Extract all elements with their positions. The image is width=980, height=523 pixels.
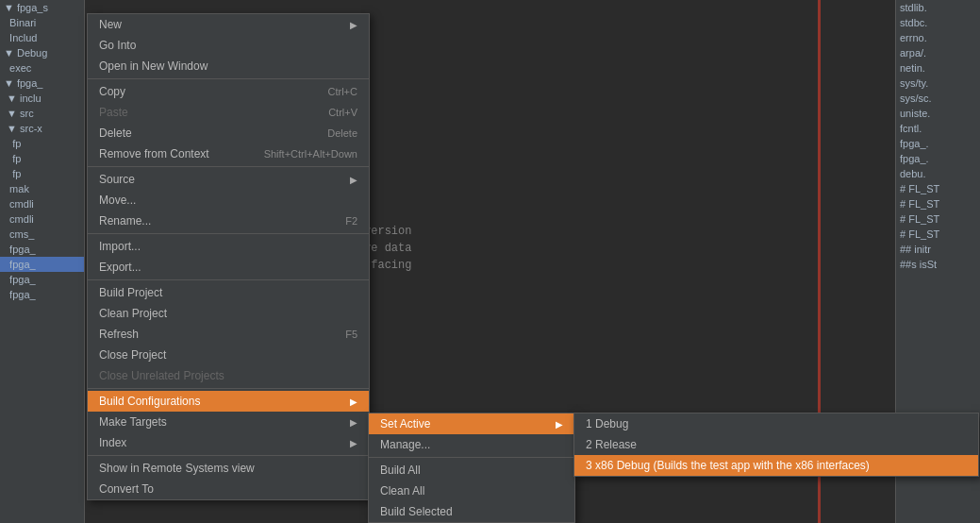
outline-item-13[interactable]: # FL_ST: [896, 196, 980, 211]
menu-item-clean-project[interactable]: Clean Project: [88, 303, 369, 324]
refresh-shortcut: F5: [345, 329, 357, 340]
index-arrow-icon: ▶: [350, 438, 357, 448]
menu-item-go-into-label: Go Into: [99, 39, 136, 52]
submenu2-debug[interactable]: 1 Debug: [574, 413, 978, 434]
outline-item-14[interactable]: # FL_ST: [896, 211, 980, 227]
outline-item-12[interactable]: # FL_ST: [896, 181, 980, 196]
outline-item-16[interactable]: ## initr: [896, 242, 980, 257]
tree-item-2[interactable]: Includ: [0, 30, 84, 45]
menu-item-delete[interactable]: Delete Delete: [88, 123, 369, 143]
menu-item-move[interactable]: Move...: [88, 190, 369, 211]
menu-item-make-targets[interactable]: Make Targets ▶: [88, 412, 369, 432]
outline-item-8[interactable]: fcntl.: [896, 121, 980, 136]
tree-item-6[interactable]: ▼ inclu: [0, 91, 84, 106]
menu-item-remove-from-context[interactable]: Remove from Context Shift+Ctrl+Alt+Down: [88, 143, 369, 164]
outline-item-3[interactable]: arpa/.: [896, 45, 980, 60]
menu-item-source[interactable]: Source ▶: [88, 169, 369, 190]
outline-item-5[interactable]: sys/ty.: [896, 76, 980, 91]
set-active-submenu: 1 Debug 2 Release 3 x86 Debug (Builds th…: [573, 413, 979, 477]
outline-item-17[interactable]: ##s isSt: [896, 257, 980, 272]
outline-item-4[interactable]: netin.: [896, 60, 980, 76]
source-arrow-icon: ▶: [350, 175, 357, 185]
tree-item-19[interactable]: fpga_: [0, 287, 84, 302]
tree-item-15[interactable]: cms_: [0, 227, 84, 242]
menu-item-remove-from-context-label: Remove from Context: [99, 147, 209, 160]
menu-item-copy-label: Copy: [99, 85, 125, 98]
outline-item-7[interactable]: uniste.: [896, 106, 980, 121]
menu-item-close-project-label: Close Project: [99, 348, 166, 362]
menu-item-source-label: Source: [99, 173, 135, 186]
outline-item-1[interactable]: stdbc.: [896, 15, 980, 30]
menu-item-show-remote[interactable]: Show in Remote Systems view: [88, 458, 369, 479]
menu-item-refresh[interactable]: Refresh F5: [88, 324, 369, 345]
rename-shortcut: F2: [345, 215, 357, 227]
copy-shortcut: Ctrl+C: [328, 86, 357, 97]
build-configurations-arrow-icon: ▶: [350, 396, 357, 407]
menu-item-rename-label: Rename...: [99, 214, 151, 228]
menu-item-index[interactable]: Index ▶: [88, 432, 369, 453]
submenu1-build-selected[interactable]: Build Selected: [369, 501, 574, 522]
separator-1: [88, 78, 369, 79]
tree-item-4[interactable]: exec: [0, 60, 84, 76]
outline-item-11[interactable]: debu.: [896, 166, 980, 181]
tree-item-13[interactable]: cmdli: [0, 196, 84, 211]
menu-item-close-unrelated: Close Unrelated Projects: [88, 365, 369, 386]
project-tree-panel: ▼ fpga_s Binari Includ ▼ Debug exec ▼ fp…: [0, 0, 85, 523]
menu-item-rename[interactable]: Rename... F2: [88, 211, 369, 231]
tree-item-1[interactable]: Binari: [0, 15, 84, 30]
submenu1-manage[interactable]: Manage...: [369, 434, 574, 455]
menu-item-convert-to-label: Convert To: [99, 482, 154, 496]
set-active-arrow-icon: ▶: [556, 419, 563, 430]
tree-item-3[interactable]: ▼ Debug: [0, 45, 84, 60]
menu-item-close-project[interactable]: Close Project: [88, 345, 369, 365]
menu-item-build-project[interactable]: Build Project: [88, 282, 369, 303]
tree-item-14[interactable]: cmdli: [0, 211, 84, 227]
separator-4: [88, 279, 369, 280]
submenu1-manage-label: Manage...: [380, 438, 430, 451]
delete-shortcut: Delete: [327, 127, 357, 139]
menu-item-delete-label: Delete: [99, 127, 132, 140]
outline-item-2[interactable]: errno.: [896, 30, 980, 45]
tree-item-7[interactable]: ▼ src: [0, 106, 84, 121]
menu-item-refresh-label: Refresh: [99, 328, 139, 341]
menu-item-new[interactable]: New ▶: [88, 14, 369, 35]
tree-item-17[interactable]: fpga_: [0, 257, 84, 272]
menu-item-clean-project-label: Clean Project: [99, 307, 167, 320]
menu-item-import[interactable]: Import...: [88, 236, 369, 257]
outline-item-0[interactable]: stdlib.: [896, 0, 980, 15]
submenu2-debug-label: 1 Debug: [586, 417, 628, 430]
submenu2-x86-debug[interactable]: 3 x86 Debug (Builds the test app with th…: [574, 455, 978, 476]
menu-item-new-label: New: [99, 18, 122, 31]
outline-item-9[interactable]: fpga_.: [896, 136, 980, 151]
tree-item-18[interactable]: fpga_: [0, 272, 84, 287]
menu-item-go-into[interactable]: Go Into: [88, 35, 369, 56]
outline-item-15[interactable]: # FL_ST: [896, 227, 980, 242]
outline-item-10[interactable]: fpga_.: [896, 151, 980, 166]
menu-item-open-new-window[interactable]: Open in New Window: [88, 56, 369, 76]
submenu1-clean-all[interactable]: Clean All: [369, 481, 574, 501]
separator-6: [88, 455, 369, 456]
menu-item-copy[interactable]: Copy Ctrl+C: [88, 81, 369, 102]
menu-item-import-label: Import...: [99, 240, 141, 253]
submenu1-build-all[interactable]: Build All: [369, 460, 574, 481]
menu-item-move-label: Move...: [99, 194, 136, 207]
menu-item-index-label: Index: [99, 436, 126, 449]
tree-item-0[interactable]: ▼ fpga_s: [0, 0, 84, 15]
submenu1-clean-all-label: Clean All: [380, 484, 424, 498]
tree-item-5[interactable]: ▼ fpga_: [0, 76, 84, 91]
separator-5: [88, 388, 369, 389]
separator-3: [88, 233, 369, 234]
tree-item-10[interactable]: fp: [0, 151, 84, 166]
outline-item-6[interactable]: sys/sc.: [896, 91, 980, 106]
tree-item-8[interactable]: ▼ src-x: [0, 121, 84, 136]
context-menu: New ▶ Go Into Open in New Window Copy Ct…: [87, 13, 370, 500]
tree-item-16[interactable]: fpga_: [0, 242, 84, 257]
tree-item-9[interactable]: fp: [0, 136, 84, 151]
tree-item-11[interactable]: fp: [0, 166, 84, 181]
submenu1-set-active[interactable]: Set Active ▶: [369, 413, 574, 434]
submenu2-release[interactable]: 2 Release: [574, 434, 978, 455]
tree-item-12[interactable]: mak: [0, 181, 84, 196]
menu-item-export[interactable]: Export...: [88, 257, 369, 278]
menu-item-convert-to[interactable]: Convert To: [88, 479, 369, 499]
menu-item-build-configurations[interactable]: Build Configurations ▶: [88, 391, 369, 412]
